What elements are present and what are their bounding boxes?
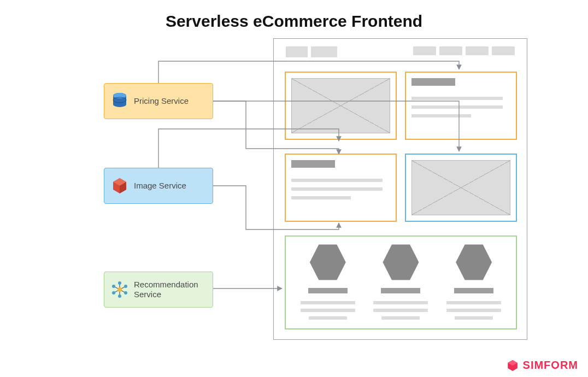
- text-line: [373, 309, 428, 312]
- text-line: [455, 316, 493, 320]
- nav-block: [439, 46, 462, 55]
- reco-item: [368, 242, 433, 323]
- image-service-box: Image Service: [104, 168, 213, 204]
- nav-block: [492, 46, 515, 55]
- text-line: [373, 301, 428, 304]
- text-line: [411, 97, 503, 100]
- card-mid-right: [405, 154, 517, 222]
- hexagon-icon: [456, 242, 492, 282]
- hexagon-icon: [383, 242, 419, 282]
- service-label: Pricing Service: [134, 96, 189, 106]
- text-line: [291, 187, 383, 191]
- pricing-service-box: Pricing Service: [104, 83, 213, 119]
- svg-point-17: [112, 291, 115, 294]
- reco-item: [441, 242, 507, 323]
- text-line: [301, 301, 355, 304]
- svg-point-12: [117, 287, 122, 292]
- heading-placeholder: [308, 288, 348, 293]
- brand-logo: SIMFORM: [507, 359, 578, 372]
- text-line: [446, 301, 501, 304]
- heading-placeholder: [411, 78, 455, 86]
- simform-mark-icon: [507, 360, 519, 372]
- database-icon: [111, 92, 128, 110]
- diagram-title: Serverless eCommerce Frontend: [0, 12, 588, 31]
- heading-placeholder: [454, 288, 493, 293]
- svg-point-18: [112, 285, 115, 288]
- graph-icon: [111, 281, 128, 298]
- card-top-left: [285, 72, 397, 140]
- image-placeholder: [411, 160, 510, 215]
- logo-block: [286, 46, 308, 57]
- recommendation-service-box: Recommendation Service: [104, 272, 213, 308]
- svg-point-15: [124, 291, 127, 294]
- svg-point-14: [124, 285, 127, 288]
- brand-text: SIMFORM: [523, 359, 578, 372]
- logo-block: [311, 46, 337, 57]
- text-line: [446, 309, 501, 312]
- card-bottom: [285, 235, 517, 329]
- service-label: Recommendation Service: [134, 280, 213, 299]
- frontend-wireframe: [273, 38, 527, 340]
- text-line: [291, 179, 383, 182]
- text-line: [411, 105, 503, 109]
- cube-icon: [111, 177, 128, 195]
- heading-placeholder: [291, 160, 335, 168]
- text-line: [411, 114, 471, 117]
- reco-item: [295, 242, 361, 323]
- svg-point-13: [118, 281, 121, 285]
- nav-block: [413, 46, 436, 55]
- text-line: [301, 309, 355, 312]
- text-line: [309, 316, 347, 320]
- svg-point-16: [118, 294, 121, 298]
- text-line: [291, 196, 351, 199]
- service-label: Image Service: [134, 181, 186, 191]
- card-mid-left: [285, 154, 397, 222]
- card-top-right: [405, 72, 517, 140]
- nav-block: [466, 46, 489, 55]
- hexagon-icon: [310, 242, 346, 282]
- text-line: [381, 316, 420, 320]
- image-placeholder: [291, 78, 390, 133]
- heading-placeholder: [381, 288, 420, 293]
